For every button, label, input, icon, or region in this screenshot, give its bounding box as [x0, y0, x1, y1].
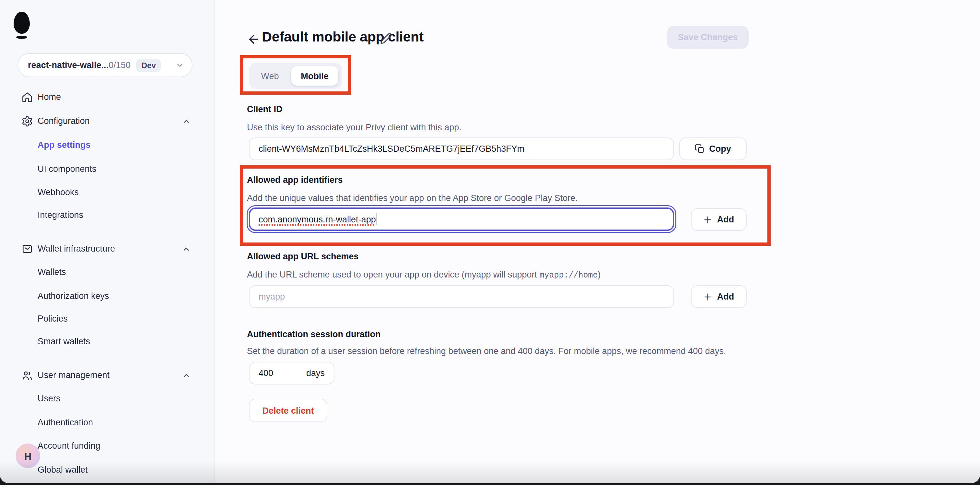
session-duration-input[interactable]: 400 days [249, 362, 334, 384]
app-identifier-input[interactable]: com.anonymous.rn-wallet-app [249, 207, 674, 231]
delete-client-button[interactable]: Delete client [249, 399, 327, 422]
chevron-up-icon[interactable] [182, 372, 191, 380]
session-duration-label: Authentication session duration [247, 329, 381, 339]
app-window: react-native-walle... 0/150 Dev Home [0, 0, 980, 483]
sidebar-item-webhooks[interactable]: Webhooks [0, 184, 215, 201]
user-avatar[interactable]: H [16, 444, 40, 468]
sidebar-item-label: Wallets [38, 267, 66, 277]
sidebar-item-smart-wallets[interactable]: Smart wallets [0, 333, 215, 350]
sidebar-item-label: Configuration [38, 116, 90, 126]
sidebar-item-label: Integrations [38, 210, 83, 220]
plus-icon [703, 215, 713, 224]
session-duration-unit: days [306, 368, 325, 378]
client-id-input[interactable] [249, 137, 674, 160]
house-icon [21, 91, 33, 103]
sidebar-item-label: User management [38, 370, 110, 380]
url-schemes-description: Add the URL scheme used to open your app… [247, 270, 601, 280]
sidebar-item-ui-components[interactable]: UI components [0, 161, 215, 178]
sidebar-item-label: Users [38, 394, 60, 403]
session-duration-value: 400 [259, 368, 273, 378]
chevron-down-icon [176, 61, 184, 69]
sidebar-item-label: Authorization keys [38, 291, 109, 301]
copy-icon [695, 144, 705, 154]
add-button-label: Add [717, 292, 734, 302]
arrow-left-icon [247, 32, 260, 46]
client-id-description: Use this key to associate your Privy cli… [247, 123, 461, 132]
app-identifier-value: com.anonymous.rn-wallet-app [259, 214, 376, 224]
url-schemes-description-mono: myapp://home [539, 271, 598, 280]
toggle-option-mobile[interactable]: Mobile [291, 66, 338, 86]
chevron-up-icon[interactable] [182, 245, 191, 254]
app-identifiers-label: Allowed app identifiers [247, 175, 343, 185]
sidebar-item-label: App settings [38, 140, 91, 150]
sidebar-item-label: UI components [38, 164, 97, 174]
sidebar-item-label: Smart wallets [38, 337, 90, 346]
sidebar-item-policies[interactable]: Policies [0, 311, 215, 327]
sidebar-item-label: Wallet infrastructure [38, 244, 115, 254]
workspace-counter: 0/150 [108, 60, 130, 70]
sidebar-item-label: Global wallet [38, 465, 88, 475]
copy-button[interactable]: Copy [679, 137, 747, 160]
chevron-up-icon[interactable] [182, 117, 191, 126]
toggle-option-web[interactable]: Web [249, 71, 291, 81]
app-stage: react-native-walle... 0/150 Dev Home [0, 0, 980, 485]
wallet-icon [21, 243, 33, 255]
sidebar: react-native-walle... 0/150 Dev Home [0, 0, 215, 483]
sidebar-item-authentication[interactable]: Authentication [0, 414, 215, 431]
back-button[interactable] [246, 31, 261, 47]
sidebar-item-authorization-keys[interactable]: Authorization keys [0, 288, 215, 305]
sidebar-item-label: Webhooks [38, 187, 79, 197]
save-changes-button[interactable]: Save Changes [667, 26, 749, 49]
sidebar-item-wallet-infrastructure[interactable]: Wallet infrastructure [0, 241, 215, 257]
privy-logo-icon [14, 12, 30, 34]
add-button-label: Add [717, 215, 734, 224]
platform-toggle: Web Mobile [249, 63, 342, 89]
page-title: Default mobile app client [262, 29, 423, 45]
pencil-icon [380, 32, 392, 45]
gear-icon [21, 115, 33, 127]
add-identifier-button[interactable]: Add [691, 208, 747, 231]
url-schemes-description-close: ) [598, 270, 601, 279]
plus-icon [703, 292, 713, 301]
url-scheme-input[interactable] [249, 285, 674, 308]
url-schemes-description-text: Add the URL scheme used to open your app… [247, 270, 539, 279]
workspace-name: react-native-walle... [28, 60, 108, 70]
client-id-label: Client ID [247, 104, 283, 114]
env-badge: Dev [137, 59, 161, 72]
sidebar-item-configuration[interactable]: Configuration [0, 113, 215, 130]
copy-button-label: Copy [709, 144, 731, 154]
add-url-scheme-button[interactable]: Add [691, 285, 747, 308]
text-caret [377, 213, 377, 225]
sidebar-item-label: Policies [38, 314, 68, 324]
sidebar-item-label: Account funding [38, 441, 100, 451]
sidebar-item-user-management[interactable]: User management [0, 367, 215, 384]
sidebar-item-integrations[interactable]: Integrations [0, 207, 215, 224]
app-identifiers-description: Add the unique values that identifies yo… [247, 193, 578, 203]
users-icon [21, 370, 33, 381]
sidebar-item-wallets[interactable]: Wallets [0, 264, 215, 281]
sidebar-item-label: Authentication [38, 418, 93, 427]
sidebar-item-app-settings[interactable]: App settings [0, 137, 215, 154]
sidebar-item-label: Home [38, 92, 61, 102]
edit-title-button[interactable] [380, 32, 393, 45]
workspace-selector[interactable]: react-native-walle... 0/150 Dev [18, 53, 192, 77]
url-schemes-label: Allowed app URL schemes [247, 252, 359, 261]
sidebar-item-users[interactable]: Users [0, 390, 215, 407]
session-duration-description: Set the duration of a user session befor… [247, 346, 726, 356]
sidebar-item-home[interactable]: Home [0, 89, 215, 106]
privy-logo-base-icon [16, 36, 27, 39]
